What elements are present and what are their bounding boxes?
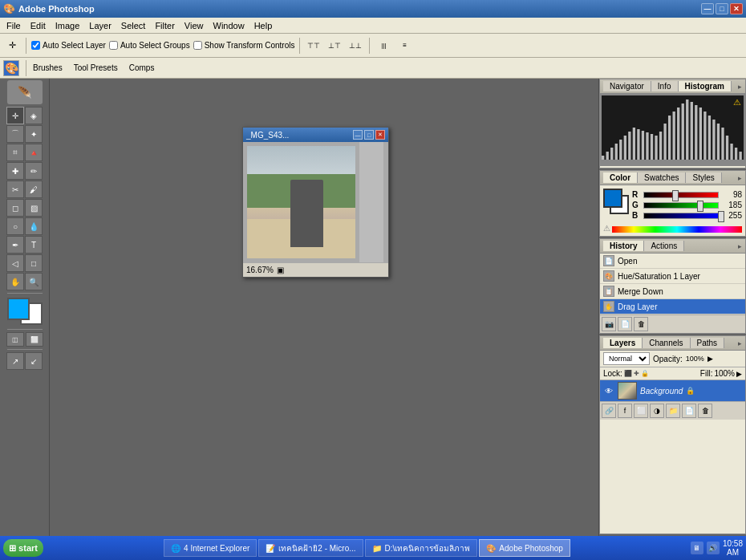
menu-file[interactable]: File xyxy=(2,19,26,32)
history-delete-btn[interactable]: 🗑 xyxy=(634,317,648,331)
dodge-tool[interactable]: ○ xyxy=(6,217,24,235)
layer-adjustment-btn[interactable]: ◑ xyxy=(650,404,664,418)
tab-navigator[interactable]: Navigator xyxy=(603,81,651,91)
history-item-drag[interactable]: ✋ Drag Layer xyxy=(600,299,745,314)
navigator-panel-close[interactable]: ▸ xyxy=(738,83,742,91)
doc-close-button[interactable]: ✕ xyxy=(375,130,385,140)
path-select-tool[interactable]: ◁ xyxy=(6,254,24,272)
menu-select[interactable]: Select xyxy=(116,19,151,32)
close-button[interactable]: ✕ xyxy=(730,3,743,14)
history-panel-close[interactable]: ▸ xyxy=(738,242,742,250)
history-new-snapshot-btn[interactable]: 📷 xyxy=(602,317,616,331)
history-item-merge[interactable]: 📋 Merge Down xyxy=(600,284,745,299)
hand-tool[interactable]: ✋ xyxy=(6,273,24,290)
layer-link-btn[interactable]: 🔗 xyxy=(602,404,616,418)
tab-styles[interactable]: Styles xyxy=(686,172,721,183)
lock-position-icon[interactable]: ✚ xyxy=(634,370,639,377)
gradient-tool[interactable]: ▨ xyxy=(25,199,43,217)
tab-layers[interactable]: Layers xyxy=(603,338,643,348)
heal-tool[interactable]: ✚ xyxy=(6,162,24,180)
opacity-arrow[interactable]: ▶ xyxy=(707,355,713,363)
taskbar-photoshop[interactable]: 🎨 Adobe Photoshop xyxy=(479,539,570,557)
layers-panel-close[interactable]: ▸ xyxy=(738,339,742,347)
blue-slider-thumb[interactable] xyxy=(718,211,724,222)
blur-tool[interactable]: 💧 xyxy=(25,217,43,235)
pen-tool[interactable]: ✒ xyxy=(6,236,24,254)
layer-delete-btn[interactable]: 🗑 xyxy=(698,404,712,418)
zoom-tool[interactable]: 🔍 xyxy=(25,273,43,290)
tab-histogram[interactable]: Histogram xyxy=(679,81,732,91)
menu-edit[interactable]: Edit xyxy=(26,19,51,32)
extra-tool-1[interactable]: ↗ xyxy=(6,352,24,370)
foreground-color[interactable] xyxy=(7,298,30,320)
menu-layer[interactable]: Layer xyxy=(84,19,116,32)
screen-mode-btn[interactable]: ⬜ xyxy=(26,332,43,347)
lock-all-icon[interactable]: 🔒 xyxy=(641,370,649,377)
start-button[interactable]: ⊞ start xyxy=(3,539,43,557)
lasso-tool[interactable]: ⌒ xyxy=(6,125,24,143)
shape-tool[interactable]: □ xyxy=(25,254,43,272)
distribute-h-button[interactable]: ||| xyxy=(375,37,392,55)
move-tool-button[interactable]: ✛ xyxy=(3,37,21,55)
tab-paths[interactable]: Paths xyxy=(691,338,725,348)
auto-select-groups-checkbox[interactable] xyxy=(109,41,118,50)
show-transform-checkbox[interactable] xyxy=(193,41,202,50)
move-tool[interactable]: ✛ xyxy=(6,107,24,124)
layer-fx-btn[interactable]: f xyxy=(618,404,632,418)
distribute-v-button[interactable]: ≡ xyxy=(395,37,413,55)
lock-pixels-icon[interactable]: ⬛ xyxy=(624,370,632,377)
brush-tool[interactable]: ✏ xyxy=(25,162,43,180)
doc-title-bar[interactable]: _MG_S43... — □ ✕ xyxy=(243,128,388,142)
eyedropper-tool[interactable]: 🔺 xyxy=(25,144,43,161)
extra-tool-2[interactable]: ↙ xyxy=(25,352,43,370)
align-vert-button[interactable]: ⊥⊤ xyxy=(326,37,343,55)
options-icon-1[interactable]: 🎨 xyxy=(3,60,19,76)
history-new-doc-btn[interactable]: 📄 xyxy=(618,317,632,331)
layer-new-btn[interactable]: 📄 xyxy=(682,404,696,418)
auto-select-groups-check[interactable]: Auto Select Groups xyxy=(109,41,190,50)
clone-tool[interactable]: ✂ xyxy=(6,181,24,198)
taskbar-folder[interactable]: 📁 D:\เทคนิคการข้อมลิภาพ xyxy=(365,539,478,557)
blend-mode-select[interactable]: Normal Multiply Screen Overlay xyxy=(603,352,650,365)
tab-swatches[interactable]: Swatches xyxy=(638,172,686,183)
crop-tool[interactable]: ⌗ xyxy=(6,144,24,161)
fill-arrow[interactable]: ▶ xyxy=(736,370,742,378)
color-display[interactable] xyxy=(7,298,43,325)
history-item-open[interactable]: 📄 Open xyxy=(600,254,745,269)
magic-wand-tool[interactable]: ✦ xyxy=(25,125,43,143)
auto-select-layer-checkbox[interactable] xyxy=(31,41,40,50)
menu-view[interactable]: View xyxy=(180,19,209,32)
history-brush-tool[interactable]: 🖌 xyxy=(25,181,43,198)
layer-visibility-eye[interactable]: 👁 xyxy=(603,385,614,396)
type-tool[interactable]: T xyxy=(25,236,43,254)
color-panel-close[interactable]: ▸ xyxy=(738,174,742,182)
green-slider-thumb[interactable] xyxy=(697,201,703,212)
red-slider-track[interactable] xyxy=(643,192,719,198)
doc-minimize-button[interactable]: — xyxy=(353,130,363,140)
tab-history[interactable]: History xyxy=(603,241,644,251)
show-transform-check[interactable]: Show Transform Controls xyxy=(193,41,295,50)
tab-color[interactable]: Color xyxy=(603,172,638,183)
menu-window[interactable]: Window xyxy=(209,19,249,32)
minimize-button[interactable]: — xyxy=(701,3,714,14)
doc-maximize-button[interactable]: □ xyxy=(364,130,374,140)
tab-channels[interactable]: Channels xyxy=(643,338,690,348)
menu-filter[interactable]: Filter xyxy=(150,19,179,32)
align-bottom-button[interactable]: ⊥⊥ xyxy=(347,37,364,55)
maximize-button[interactable]: □ xyxy=(716,3,728,14)
layer-mask-btn[interactable]: ⬜ xyxy=(634,404,648,418)
layer-item-background[interactable]: 👁 Background 🔒 xyxy=(600,380,745,401)
auto-select-layer-check[interactable]: Auto Select Layer xyxy=(31,41,106,50)
blue-slider-track[interactable] xyxy=(643,213,719,219)
eraser-tool[interactable]: ◻ xyxy=(6,199,24,217)
align-top-button[interactable]: ⊤⊤ xyxy=(305,37,322,55)
tab-actions[interactable]: Actions xyxy=(644,241,684,251)
menu-image[interactable]: Image xyxy=(51,19,85,32)
taskbar-internet-explorer[interactable]: 🌐 4 Internet Explorer xyxy=(164,539,257,557)
foreground-color-swatch[interactable] xyxy=(603,189,622,208)
layer-group-btn[interactable]: 📁 xyxy=(666,404,680,418)
tab-info[interactable]: Info xyxy=(651,81,679,91)
taskbar-word[interactable]: 📝 เทคนิคฝ้ายิ2 - Micro... xyxy=(258,539,363,557)
select-tool[interactable]: ◈ xyxy=(25,107,43,124)
history-item-hue-sat[interactable]: 🎨 Hue/Saturation 1 Layer xyxy=(600,269,745,284)
